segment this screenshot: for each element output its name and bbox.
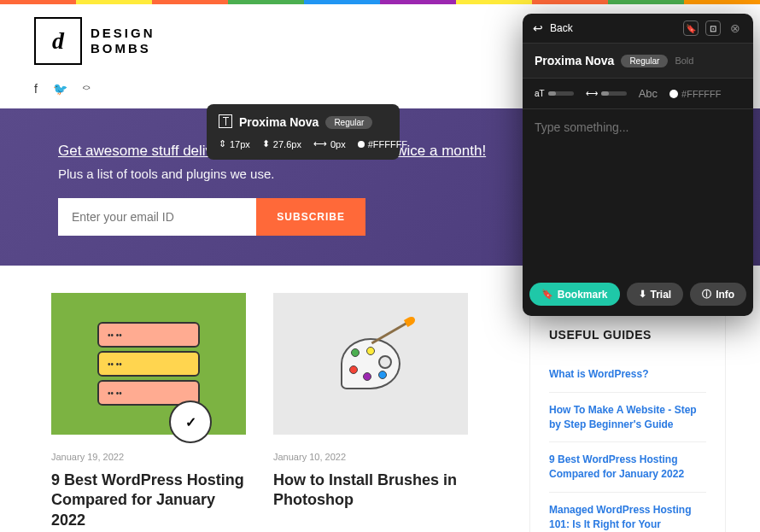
spacing-slider[interactable]: ⟷ bbox=[586, 89, 627, 98]
download-icon: ⬇ bbox=[639, 289, 646, 300]
color-metric: #FFFFFF bbox=[358, 139, 407, 149]
guide-link[interactable]: Managed WordPress Hosting 101: Is It Rig… bbox=[549, 493, 706, 532]
post-date: January 10, 2022 bbox=[273, 452, 468, 462]
post-thumbnail: ✓ bbox=[51, 293, 246, 435]
info-icon: ⓘ bbox=[702, 288, 711, 301]
font-tooltip: 🅃 Proxima Nova Regular ⇕ 17px ⬍ 27.6px ⟷… bbox=[207, 104, 400, 160]
post-date: January 19, 2022 bbox=[51, 452, 246, 462]
info-button[interactable]: ⓘInfo bbox=[690, 283, 746, 306]
sidebar-title: USEFUL GUIDES bbox=[549, 328, 706, 342]
font-icon: 🅃 bbox=[219, 114, 232, 130]
letter-spacing-metric: ⟷ 0px bbox=[313, 138, 346, 149]
inspector-font-name: Proxima Nova bbox=[535, 54, 614, 67]
twitter-icon[interactable]: 🐦 bbox=[53, 82, 67, 96]
tooltip-font-name: Proxima Nova bbox=[239, 115, 319, 129]
close-icon[interactable]: ⊗ bbox=[728, 20, 743, 36]
size-slider[interactable]: aT bbox=[535, 89, 574, 98]
facebook-icon[interactable]: f bbox=[34, 82, 38, 96]
back-arrow-icon[interactable]: ↩ bbox=[533, 21, 543, 35]
post-thumbnail bbox=[273, 293, 468, 435]
post-title: 9 Best WordPress Hosting Compared for Ja… bbox=[51, 471, 246, 530]
brush-icon bbox=[371, 321, 410, 345]
type-something-input[interactable] bbox=[535, 120, 741, 134]
bookmark-icon[interactable]: 🔖 bbox=[683, 20, 699, 36]
sidebar-guides: USEFUL GUIDES What is WordPress? How To … bbox=[529, 303, 726, 532]
image-icon[interactable]: ⊡ bbox=[705, 20, 721, 36]
color-picker[interactable]: #FFFFFF bbox=[669, 89, 721, 99]
guide-link[interactable]: How To Make A Website - Step by Step Beg… bbox=[549, 393, 706, 443]
line-height-metric: ⬍ 27.6px bbox=[262, 138, 301, 149]
post-card[interactable]: January 10, 2022 How to Install Brushes … bbox=[273, 293, 468, 532]
bookmark-button[interactable]: 🔖Bookmark bbox=[529, 283, 620, 306]
bookmark-icon: 🔖 bbox=[541, 289, 553, 300]
font-size-metric: ⇕ 17px bbox=[219, 138, 250, 149]
weight-bold-option[interactable]: Bold bbox=[675, 56, 693, 66]
back-button[interactable]: Back bbox=[550, 22, 676, 34]
server-icon bbox=[97, 322, 200, 348]
rss-icon[interactable]: ⌔ bbox=[83, 82, 90, 96]
guide-link[interactable]: What is WordPress? bbox=[549, 357, 706, 393]
guide-link[interactable]: 9 Best WordPress Hosting Compared for Ja… bbox=[549, 442, 706, 493]
font-inspector-panel: ↩ Back 🔖 ⊡ ⊗ Proxima Nova Regular Bold a… bbox=[523, 14, 753, 316]
subscribe-button[interactable]: SUBSCRIBE bbox=[256, 198, 365, 236]
email-field[interactable] bbox=[58, 198, 256, 236]
site-logo[interactable]: d DESIGNBOMBS bbox=[34, 17, 155, 65]
palette-icon bbox=[341, 338, 400, 389]
weight-regular-pill[interactable]: Regular bbox=[621, 55, 668, 67]
post-card[interactable]: ✓ January 19, 2022 9 Best WordPress Host… bbox=[51, 293, 246, 532]
checkmark-icon: ✓ bbox=[169, 400, 212, 443]
logo-text: DESIGNBOMBS bbox=[91, 26, 155, 56]
post-title: How to Install Brushes in Photoshop bbox=[273, 471, 468, 511]
case-toggle[interactable]: Abc bbox=[639, 87, 658, 100]
trial-button[interactable]: ⬇Trial bbox=[627, 283, 684, 306]
rainbow-bar bbox=[0, 0, 760, 4]
server-icon bbox=[97, 351, 200, 377]
logo-mark: d bbox=[34, 17, 82, 65]
tooltip-font-weight: Regular bbox=[325, 116, 372, 129]
